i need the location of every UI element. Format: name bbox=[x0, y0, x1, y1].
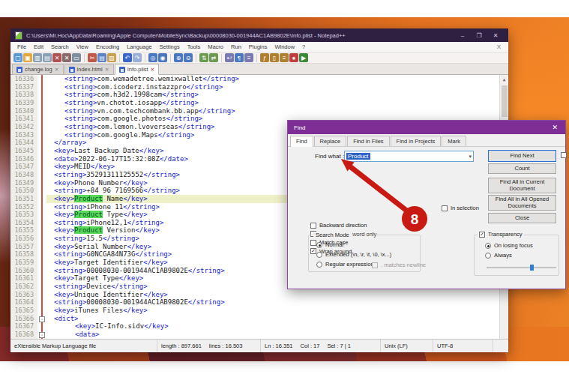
code-text: <string>00008030-001944AC1AB9802E</strin… bbox=[46, 298, 508, 307]
indent-guide-icon[interactable]: ≡ bbox=[244, 53, 253, 62]
find-next-button[interactable]: Find Next bbox=[488, 150, 556, 162]
status-encoding[interactable]: UTF-8 bbox=[433, 340, 493, 352]
menu-item-file[interactable]: File bbox=[13, 43, 30, 50]
tab-close-icon[interactable]: ✕ bbox=[105, 67, 109, 73]
radio-button[interactable] bbox=[485, 253, 491, 259]
cut-icon[interactable]: ✂ bbox=[88, 53, 97, 62]
redo-icon[interactable]: ↷ bbox=[133, 53, 142, 62]
status-eol-format[interactable]: Unix (LF) bbox=[381, 340, 433, 352]
transparency-box[interactable]: ✓ bbox=[479, 232, 485, 238]
minimize-button[interactable]: – bbox=[454, 29, 471, 41]
radio-button[interactable] bbox=[316, 252, 322, 258]
transparency-slider[interactable] bbox=[487, 265, 556, 271]
in-selection-checkbox[interactable]: In selection bbox=[442, 205, 479, 211]
close-all-icon[interactable]: ✕ bbox=[62, 53, 71, 62]
chevron-down-icon[interactable]: ▾ bbox=[469, 154, 472, 160]
menubar-close-doc-button[interactable]: X bbox=[493, 43, 505, 50]
menu-item-encoding[interactable]: Encoding bbox=[92, 43, 123, 50]
checkbox-box[interactable] bbox=[310, 223, 316, 229]
xml-tag: <string> bbox=[64, 91, 97, 98]
word-wrap-icon[interactable]: ↩ bbox=[225, 53, 234, 62]
find-dialog-tab-mark[interactable]: Mark bbox=[442, 136, 466, 146]
transparency-radio-always[interactable]: Always bbox=[485, 252, 512, 259]
menu-item-macro[interactable]: Macro bbox=[204, 43, 227, 50]
transparency-checkbox[interactable]: ✓ Transparency bbox=[478, 231, 524, 238]
maximize-button[interactable]: ❐ bbox=[471, 29, 487, 41]
window-title: C:\Users\Mr.Hoc\AppData\Roaming\Apple Co… bbox=[26, 32, 454, 39]
menu-item-plugins[interactable]: Plugins bbox=[245, 43, 271, 50]
option-checkbox-backward-direction[interactable]: Backward direction bbox=[310, 222, 367, 229]
tab-change-log[interactable]: change.log✕ bbox=[12, 64, 64, 74]
menu-item-language[interactable]: Language bbox=[123, 43, 155, 50]
menu-item-view[interactable]: View bbox=[73, 43, 92, 50]
tab-close-icon[interactable]: ✕ bbox=[151, 67, 155, 73]
new-file-icon[interactable]: ▢ bbox=[13, 53, 22, 62]
transparency-radio-on-losing-focus[interactable]: On losing focus bbox=[485, 242, 533, 249]
print-icon[interactable]: ▭ bbox=[72, 53, 81, 62]
close-find-button[interactable]: Close bbox=[488, 213, 556, 223]
in-selection-box[interactable] bbox=[442, 205, 448, 211]
fold-margin bbox=[37, 243, 46, 251]
xml-text: Device bbox=[86, 283, 111, 290]
find-dialog-close-icon[interactable]: ✕ bbox=[550, 124, 559, 131]
find-all-current-button[interactable]: Find All in Current Document bbox=[488, 178, 556, 193]
fold-marker-icon[interactable]: - bbox=[39, 316, 45, 322]
line-number: 16345 bbox=[10, 147, 37, 155]
count-button[interactable]: Count bbox=[488, 163, 556, 174]
function-list-icon[interactable]: ƒ bbox=[260, 53, 269, 62]
search-mode-radio-regular-expression[interactable]: Regular expression bbox=[316, 261, 374, 268]
menu-item-window[interactable]: Window bbox=[271, 43, 298, 50]
zoom-in-icon[interactable]: ⊕ bbox=[174, 53, 183, 62]
xml-tag: <key> bbox=[54, 163, 74, 170]
radio-button[interactable] bbox=[316, 262, 322, 268]
menu-item-settings[interactable]: Settings bbox=[156, 43, 184, 50]
menu-item-run[interactable]: Run bbox=[227, 43, 245, 50]
tab-index-html[interactable]: index.html✕ bbox=[64, 64, 114, 74]
macro-record-icon[interactable]: ● bbox=[289, 53, 298, 62]
replace-icon[interactable]: ◉ bbox=[158, 53, 167, 62]
find-dialog-tab-find[interactable]: Find bbox=[290, 136, 313, 147]
line-number: 16341 bbox=[10, 115, 37, 123]
line-number: 16367 bbox=[10, 322, 37, 331]
find-icon[interactable]: ◎ bbox=[148, 53, 157, 62]
scrollbar-thumb[interactable] bbox=[502, 85, 508, 117]
radio-button[interactable] bbox=[316, 242, 322, 248]
fold-marker-icon[interactable]: - bbox=[39, 332, 45, 338]
find-dialog-tab-replace[interactable]: Replace bbox=[314, 136, 347, 146]
tab-close-icon[interactable]: ✕ bbox=[55, 67, 59, 73]
slider-thumb[interactable] bbox=[530, 265, 534, 271]
find-what-combobox[interactable]: Product ▾ bbox=[344, 151, 474, 162]
line-number: 16361 bbox=[10, 274, 37, 283]
sync-vertical-icon[interactable]: ⇅ bbox=[199, 53, 208, 62]
menu-item-search[interactable]: Search bbox=[47, 43, 73, 50]
radio-button[interactable] bbox=[485, 243, 491, 249]
doc-list-icon[interactable]: ≡ bbox=[280, 53, 289, 62]
find-all-opened-button[interactable]: Find All in All Opened Documents bbox=[488, 195, 556, 211]
save-all-icon[interactable]: ▤ bbox=[43, 53, 52, 62]
search-mode-radio-normal[interactable]: Normal bbox=[316, 241, 343, 248]
menu-item-edit[interactable]: Edit bbox=[30, 43, 47, 50]
find-dialog-tab-find-in-projects[interactable]: Find in Projects bbox=[391, 136, 442, 146]
find-dialog-tab-find-in-files[interactable]: Find in Files bbox=[347, 136, 389, 146]
close-file-icon[interactable]: ✕ bbox=[52, 53, 61, 62]
show-all-chars-icon[interactable]: ¶ bbox=[235, 53, 244, 62]
zoom-out-icon[interactable]: ⊖ bbox=[184, 53, 193, 62]
sync-horizontal-icon[interactable]: ⇄ bbox=[209, 53, 218, 62]
tab-info-plist[interactable]: Info.plist✕ bbox=[115, 64, 160, 75]
xml-text: com.google.photos bbox=[97, 115, 166, 122]
doc-map-icon[interactable]: ▯ bbox=[270, 53, 279, 62]
scroll-up-arrow-icon[interactable]: ▲ bbox=[500, 75, 508, 82]
two-button-mode-checkbox[interactable] bbox=[561, 152, 567, 158]
search-mode-radio-extended---n---r---t[interactable]: Extended (\n, \r, \t, \0, \x...) bbox=[316, 251, 391, 258]
paste-icon[interactable]: ▧ bbox=[107, 53, 116, 62]
undo-icon[interactable]: ↶ bbox=[123, 53, 132, 62]
save-file-icon[interactable]: ▥ bbox=[33, 53, 42, 62]
checkbox-label: Backward direction bbox=[319, 222, 367, 229]
menu-item-?[interactable]: ? bbox=[298, 43, 309, 50]
macro-play-icon[interactable]: ▶ bbox=[299, 53, 308, 62]
close-button[interactable]: ✕ bbox=[487, 29, 504, 41]
fold-margin bbox=[37, 267, 46, 275]
copy-icon[interactable]: ▤ bbox=[97, 53, 106, 62]
open-folder-icon[interactable]: ▣ bbox=[23, 53, 32, 62]
menu-item-tools[interactable]: Tools bbox=[184, 43, 205, 50]
